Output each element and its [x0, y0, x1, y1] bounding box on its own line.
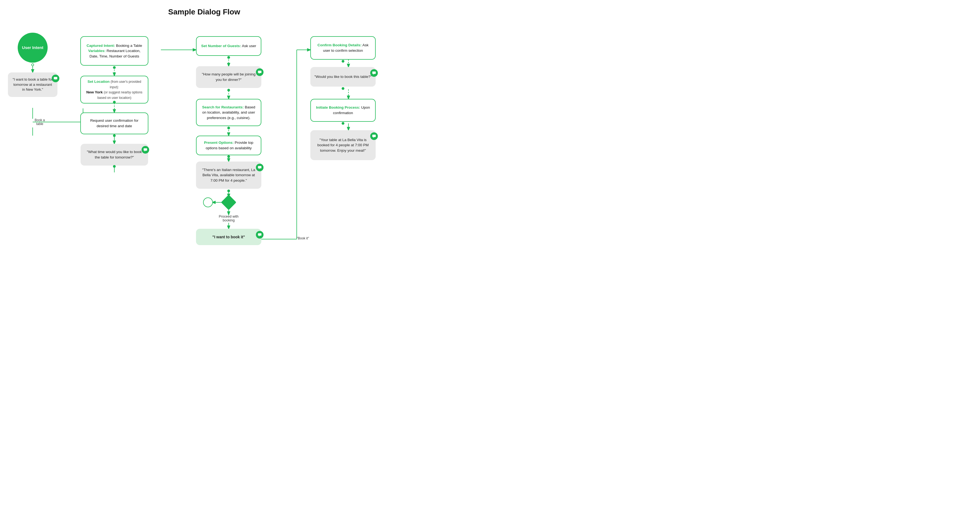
- initiate-booking-node: Initiate Booking Process: Upon confirmat…: [310, 99, 375, 122]
- utterance-msg-icon: [52, 75, 59, 82]
- request-confirm-label: Request user confirmation for desired ti…: [85, 118, 144, 129]
- restaurant-msg-icon: [256, 164, 264, 171]
- set-location-text: Set Location (from user's provided input…: [85, 79, 144, 100]
- diagram-container: User Intent "I want to book a table for …: [5, 21, 403, 261]
- book-it-msg-icon: [256, 231, 264, 239]
- proceed-label: Proceed with booking: [214, 215, 243, 222]
- svg-rect-30: [372, 71, 376, 74]
- book-it-user-label: "Book it": [297, 236, 309, 240]
- captured-intent-text: Captured Intent: Booking a Table Variabl…: [85, 43, 144, 59]
- set-guests-node: Set Number of Guests: Ask user: [196, 36, 261, 56]
- dot-askguests-bottom: [227, 89, 230, 91]
- final-msg-icon: [370, 132, 378, 140]
- set-location-extra: (or suggest nearby options based on user…: [97, 91, 142, 100]
- set-location-label: Set Location: [88, 80, 110, 84]
- ask-confirm-msg-label: "Would you like to book this table?": [314, 74, 372, 80]
- present-node: Present Options: Provide top options bas…: [196, 135, 261, 155]
- ask-confirm-msg-icon: [370, 69, 378, 77]
- dot-captured-bottom: [113, 66, 116, 69]
- ask-confirm-node: "Would you like to book this table?": [310, 67, 375, 87]
- search-text: Search for Restaurants: Based on locatio…: [200, 105, 257, 121]
- dot-confirm-bottom: [342, 60, 344, 63]
- captured-intent-node: Captured Intent: Booking a Table Variabl…: [80, 36, 148, 65]
- dot-initiate-bottom: [342, 122, 344, 125]
- initiate-label: Initiate Booking Process:: [316, 105, 360, 110]
- dot-setguests-bottom: [227, 56, 230, 59]
- svg-rect-31: [372, 134, 376, 137]
- initiate-text: Initiate Booking Process: Upon confirmat…: [315, 105, 371, 115]
- user-utterance-label: "I want to book a table for tomorrow at …: [12, 77, 53, 92]
- search-node: Search for Restaurants: Based on locatio…: [196, 99, 261, 126]
- dot-setloc-bottom: [113, 101, 116, 104]
- book-table-label: Book a table: [32, 118, 48, 126]
- ask-time-msg-icon: [142, 146, 149, 154]
- present-text: Present Options: Provide top options bas…: [200, 140, 257, 151]
- ask-guests-node: "How many people will be joining you for…: [196, 66, 261, 88]
- ask-guests-label: "How many people will be joining you for…: [200, 72, 258, 82]
- book-it-label: "I want to book it": [212, 234, 245, 240]
- set-guests-label: Set Number of Guests:: [201, 44, 241, 48]
- dot-present-bottom: [227, 155, 230, 158]
- final-msg-node: "Your table at La Bella Vita is booked f…: [310, 130, 375, 160]
- dot-askconfirm-bottom: [342, 87, 344, 90]
- svg-rect-29: [258, 233, 262, 236]
- decision-diamond: [221, 195, 237, 210]
- search-label: Search for Restaurants:: [202, 105, 243, 109]
- present-label: Present Options:: [204, 140, 234, 145]
- svg-rect-27: [258, 70, 262, 73]
- search-extra: (e.g., cuisine).: [227, 116, 250, 120]
- dot-intent: [31, 64, 34, 66]
- captured-intent-val: Booking a Table: [116, 43, 142, 48]
- set-location-sub: (from user's provided input):: [110, 80, 141, 89]
- variables-label: Variables:: [88, 49, 106, 53]
- dot-asktime-bottom: [113, 165, 116, 168]
- dot-reqconfirm-bottom: [113, 134, 116, 137]
- dot-search-bottom: [227, 127, 230, 129]
- user-intent-label: User Intent: [22, 45, 43, 51]
- ask-time-label: "What time would you like to book the ta…: [84, 149, 144, 160]
- set-location-node: Set Location (from user's provided input…: [80, 76, 148, 104]
- set-guests-text: Set Number of Guests: Ask user: [201, 43, 256, 49]
- set-guests-val: Ask user: [242, 44, 256, 48]
- dot-restaurant-bottom: [227, 190, 230, 192]
- book-it-node: "I want to book it": [196, 229, 261, 245]
- user-utterance-node: "I want to book a table for tomorrow at …: [8, 72, 57, 97]
- request-confirm-node: Request user confirmation for desired ti…: [80, 113, 148, 134]
- confirm-label: Confirm Booking Details:: [317, 43, 361, 47]
- restaurant-msg-label: "There's an Italian restaurant, La Bella…: [200, 167, 258, 183]
- set-location-val: New York: [86, 90, 103, 94]
- restaurant-msg-node: "There's an Italian restaurant, La Bella…: [196, 161, 261, 189]
- confirm-booking-node: Confirm Booking Details: Ask user to con…: [310, 36, 375, 60]
- loop-circle: [203, 198, 213, 207]
- svg-rect-26: [144, 148, 147, 151]
- final-msg-label: "Your table at La Bella Vita is booked f…: [314, 137, 372, 153]
- captured-intent-label: Captured Intent:: [87, 43, 115, 48]
- ask-guests-msg-icon: [256, 69, 264, 76]
- page-title: Sample Dialog Flow: [0, 0, 408, 21]
- svg-rect-25: [54, 77, 57, 79]
- ask-time-node: "What time would you like to book the ta…: [81, 144, 148, 166]
- svg-rect-28: [258, 166, 262, 168]
- confirm-booking-text: Confirm Booking Details: Ask user to con…: [315, 43, 371, 53]
- user-intent-node: User Intent: [18, 33, 48, 63]
